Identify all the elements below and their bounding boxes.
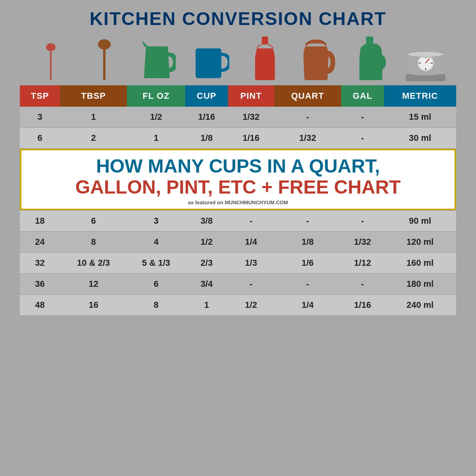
table-cell: 3 (127, 210, 185, 231)
table-cell: 1/2 (228, 294, 274, 315)
svg-rect-6 (366, 36, 373, 44)
table-cell: 1/4 (228, 231, 274, 252)
conversion-table: TSP TBSP FL OZ CUP PINT QUART GAL METRIC… (20, 85, 456, 316)
table-row: 3210 & 2/35 & 1/32/31/31/61/12160 ml (20, 252, 456, 273)
svg-point-2 (98, 39, 111, 50)
table-cell: 30 ml (384, 128, 456, 149)
table-cell: 6 (127, 273, 185, 294)
table-cell: 4 (127, 231, 185, 252)
page-title: KITCHEN CONVERSION CHART (90, 8, 386, 29)
table-cell: 120 ml (384, 231, 456, 252)
table-cell: 1/4 (274, 294, 341, 315)
table-cell: 6 (20, 128, 60, 149)
floz-icon (131, 38, 184, 82)
svg-rect-1 (50, 51, 52, 80)
metric-icon (399, 42, 452, 82)
col-quart: QUART (274, 85, 341, 107)
table-cell: 180 ml (384, 273, 456, 294)
tbsp-icon (77, 38, 131, 82)
table-cell: 1 (185, 294, 228, 315)
table-cell: 12 (60, 273, 127, 294)
table-cell: 2 (60, 128, 127, 149)
table-cell: 10 & 2/3 (60, 252, 127, 273)
tsp-icon (24, 42, 77, 82)
table-cell: 15 ml (384, 107, 456, 128)
table-cell: - (274, 273, 341, 294)
svg-rect-5 (262, 36, 268, 44)
col-tbsp: TBSP (60, 85, 127, 107)
table-cell: 90 ml (384, 210, 456, 231)
table-cell: 1/32 (341, 231, 384, 252)
table-cell: 1 (60, 107, 127, 128)
table-cell: - (274, 210, 341, 231)
table-cell: 32 (20, 252, 60, 273)
table-header: TSP TBSP FL OZ CUP PINT QUART GAL METRIC (20, 85, 456, 107)
table-cell: 1/2 (185, 231, 228, 252)
table-cell: 1/16 (228, 128, 274, 149)
table-cell: - (341, 128, 384, 149)
table-row: 311/21/161/32--15 ml (20, 107, 456, 128)
table-cell: 1/2 (127, 107, 185, 128)
table-row: 18633/8---90 ml (20, 210, 456, 231)
table-cell: 3/4 (185, 273, 228, 294)
table-cell: - (341, 210, 384, 231)
table-row: 4816811/21/41/16240 ml (20, 294, 456, 315)
table-cell: 3/8 (185, 210, 228, 231)
col-tsp: TSP (20, 85, 60, 107)
table-cell: 1/16 (185, 107, 228, 128)
quart-icon (292, 36, 345, 82)
table-cell: 16 (60, 294, 127, 315)
svg-rect-4 (196, 48, 221, 78)
cup-icon (184, 42, 238, 82)
table-cell: 1/6 (274, 252, 341, 273)
table-cell: 24 (20, 231, 60, 252)
table-cell: 1/12 (341, 252, 384, 273)
table-cell: - (274, 107, 341, 128)
icons-row (20, 36, 456, 82)
table-cell: 2/3 (185, 252, 228, 273)
table-cell: 8 (127, 294, 185, 315)
svg-point-0 (46, 43, 56, 51)
table-cell: 18 (20, 210, 60, 231)
table-cell: 1/8 (185, 128, 228, 149)
table-cell: 1/3 (228, 252, 274, 273)
table-cell: 240 ml (384, 294, 456, 315)
col-floz: FL OZ (127, 85, 185, 107)
table-cell: 8 (60, 231, 127, 252)
table-cell: 48 (20, 294, 60, 315)
table-cell: 160 ml (384, 252, 456, 273)
table-cell: - (228, 273, 274, 294)
table-cell: - (341, 107, 384, 128)
col-metric: METRIC (384, 85, 456, 107)
col-pint: PINT (228, 85, 274, 107)
banner-row: HOW MANY CUPS IN A QUART,GALLON, PINT, E… (20, 149, 456, 211)
pint-icon (238, 36, 292, 82)
table-cell: 1 (127, 128, 185, 149)
col-cup: CUP (185, 85, 228, 107)
table-cell: 1/16 (341, 294, 384, 315)
table-cell: 6 (60, 210, 127, 231)
table-cell: 1/8 (274, 231, 341, 252)
table-cell: - (341, 273, 384, 294)
table-cell: 1/32 (274, 128, 341, 149)
col-gal: GAL (341, 85, 384, 107)
table-body: 311/21/161/32--15 ml6211/81/161/32-30 ml… (20, 107, 456, 315)
table-row: 361263/4---180 ml (20, 273, 456, 294)
table-cell: - (228, 210, 274, 231)
gal-icon (345, 36, 399, 82)
table-cell: 1/32 (228, 107, 274, 128)
table-cell: 5 & 1/3 (127, 252, 185, 273)
table-cell: 36 (20, 273, 60, 294)
page: KITCHEN CONVERSION CHART (0, 0, 476, 476)
table-row: 6211/81/161/32-30 ml (20, 128, 456, 149)
table-cell: 3 (20, 107, 60, 128)
svg-rect-3 (103, 49, 106, 80)
svg-point-17 (408, 52, 443, 57)
table-row: 24841/21/41/81/32120 ml (20, 231, 456, 252)
